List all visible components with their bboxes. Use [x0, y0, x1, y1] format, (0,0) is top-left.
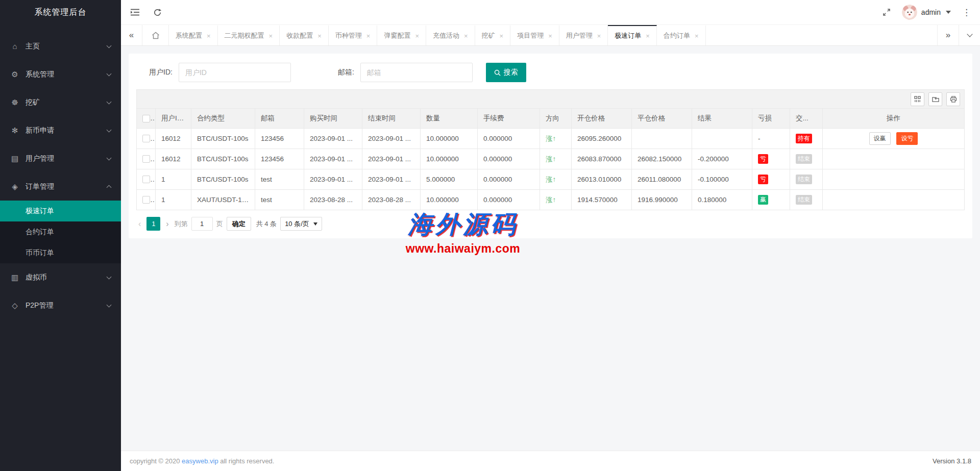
tab-project-management[interactable]: 项目管理×: [510, 25, 559, 45]
prev-page-icon[interactable]: ‹: [136, 219, 143, 229]
p2p-icon: ◇: [10, 301, 19, 310]
cell-operations: [823, 149, 965, 169]
tab-popup-config[interactable]: 弹窗配置×: [377, 25, 426, 45]
tab-payment-config[interactable]: 收款配置×: [280, 25, 329, 45]
close-icon[interactable]: ×: [207, 32, 211, 40]
sidebar-item-new-coin[interactable]: ✻ 新币申请: [0, 116, 121, 144]
close-icon[interactable]: ×: [464, 32, 468, 40]
tab-label: 币种管理: [335, 31, 362, 40]
user-id-input[interactable]: [179, 63, 291, 82]
cell-buy-time: 2023-09-01 ...: [304, 129, 362, 149]
easyweb-link[interactable]: easyweb.vip: [182, 457, 218, 465]
table-row: 1 BTC/USDT-100s test 2023-09-01 ... 2023…: [137, 169, 965, 190]
chevron-down-icon: [107, 99, 112, 104]
refresh-icon[interactable]: [153, 8, 162, 17]
tab-user-management[interactable]: 用户管理×: [559, 25, 608, 45]
sidebar-item-mining[interactable]: ☸ 挖矿: [0, 88, 121, 116]
close-icon[interactable]: ×: [415, 32, 419, 40]
cell-open-price: 26013.010000: [572, 169, 632, 190]
cell-close-price: 26082.150000: [632, 149, 692, 169]
page-number-active[interactable]: 1: [146, 217, 160, 231]
tabs-dropdown-button[interactable]: [959, 25, 980, 45]
tabs-scroll-right-button[interactable]: »: [937, 25, 959, 45]
tab-coin-management[interactable]: 币种管理×: [329, 25, 378, 45]
sidebar-item-label: 新币申请: [26, 126, 107, 135]
sidebar-item-users[interactable]: ▤ 用户管理: [0, 144, 121, 172]
email-label: 邮箱:: [338, 68, 354, 77]
row-checkbox[interactable]: [142, 155, 150, 163]
sidebar-item-system[interactable]: ⚙ 系统管理: [0, 60, 121, 88]
sidebar-item-orders[interactable]: ◈ 订单管理: [0, 172, 121, 201]
email-input[interactable]: [360, 63, 473, 82]
tab-binary-option-config[interactable]: 二元期权配置×: [218, 25, 280, 45]
tab-bar: « 系统配置× 二元期权配置× 收款配置× 币种管理× 弹窗配置× 充值活动× …: [121, 24, 980, 46]
close-icon[interactable]: ×: [597, 32, 601, 40]
cell-result: [692, 129, 752, 149]
cell-contract-type: BTC/USDT-100s: [191, 149, 255, 169]
set-lose-button[interactable]: 设亏: [896, 132, 918, 145]
set-win-button[interactable]: 设赢: [869, 132, 891, 145]
columns-icon[interactable]: [911, 92, 924, 106]
tabs-scroll-left-button[interactable]: «: [121, 25, 142, 45]
username-label: admin: [921, 8, 941, 16]
tab-mining[interactable]: 挖矿×: [475, 25, 511, 45]
sidebar-item-label: 系统管理: [26, 70, 107, 79]
sidebar-item-label: 用户管理: [26, 154, 107, 163]
chevron-down-icon: [107, 43, 112, 48]
tab-recharge-activity[interactable]: 充值活动×: [426, 25, 475, 45]
row-checkbox[interactable]: [142, 196, 150, 204]
close-icon[interactable]: ×: [500, 32, 504, 40]
page-size-select[interactable]: 10 条/页: [280, 217, 322, 231]
select-all-checkbox[interactable]: [142, 115, 150, 122]
sidebar-subitem-coin-orders[interactable]: 币币订单: [0, 242, 121, 263]
goto-page-input[interactable]: [191, 217, 213, 231]
sidebar-item-label: 虚拟币: [26, 273, 107, 282]
fullscreen-icon[interactable]: [883, 8, 891, 16]
close-icon[interactable]: ×: [548, 32, 552, 40]
home-tab[interactable]: [142, 25, 169, 45]
cell-uid: 1: [156, 169, 191, 190]
close-icon[interactable]: ×: [695, 32, 699, 40]
close-icon[interactable]: ×: [646, 32, 650, 40]
tab-contract-orders[interactable]: 合约订单×: [657, 25, 706, 45]
cell-operations: [823, 190, 965, 210]
row-checkbox[interactable]: [142, 135, 150, 142]
sidebar-item-p2p[interactable]: ◇ P2P管理: [0, 291, 121, 319]
cell-loss: 亏: [752, 149, 790, 169]
export-icon[interactable]: [928, 92, 942, 106]
cell-email: test: [255, 190, 304, 210]
sidebar: 系统管理后台 ⌂ 主页 ⚙ 系统管理 ☸ 挖矿 ✻ 新币申请: [0, 0, 121, 471]
chevron-down-icon: [107, 71, 112, 76]
close-icon[interactable]: ×: [366, 32, 371, 40]
cell-email: 123456: [255, 149, 304, 169]
close-icon[interactable]: ×: [269, 32, 273, 40]
tab-fast-orders-active[interactable]: 极速订单×: [608, 25, 657, 45]
sidebar-subitem-fast-orders[interactable]: 极速订单: [0, 201, 121, 221]
sidebar-item-home[interactable]: ⌂ 主页: [0, 32, 121, 60]
cell-trade-status: 结束: [790, 169, 823, 190]
sidebar-subitem-contract-orders[interactable]: 合约订单: [0, 221, 121, 242]
more-vertical-icon[interactable]: ⋮: [962, 7, 971, 18]
cell-quantity: 10.000000: [421, 129, 478, 149]
cell-open-price: 1914.570000: [572, 190, 632, 210]
tab-label: 用户管理: [566, 31, 593, 40]
loss-badge: 亏: [758, 154, 768, 163]
cell-close-price: 26011.080000: [632, 169, 692, 190]
print-icon[interactable]: [946, 92, 960, 106]
close-icon[interactable]: ×: [317, 32, 322, 40]
sort-icon[interactable]: [186, 115, 190, 121]
user-menu[interactable]: admin: [902, 5, 951, 20]
goto-confirm-button[interactable]: 确定: [227, 217, 251, 231]
menu-fold-icon[interactable]: [130, 8, 140, 16]
next-page-icon[interactable]: ›: [164, 219, 170, 229]
header-quantity: 数量: [421, 109, 478, 129]
cell-loss: -: [752, 129, 790, 149]
cell-trade-status: 持有: [790, 129, 823, 149]
row-checkbox[interactable]: [142, 176, 150, 183]
cell-open-price: 26095.260000: [572, 129, 632, 149]
tab-system-config[interactable]: 系统配置×: [169, 25, 218, 45]
sidebar-item-virtual-coin[interactable]: ▥ 虚拟币: [0, 263, 121, 291]
page-content: 用户ID: 邮箱: 搜索: [121, 46, 980, 451]
sidebar-item-label: 订单管理: [26, 182, 107, 191]
search-button[interactable]: 搜索: [486, 63, 526, 82]
